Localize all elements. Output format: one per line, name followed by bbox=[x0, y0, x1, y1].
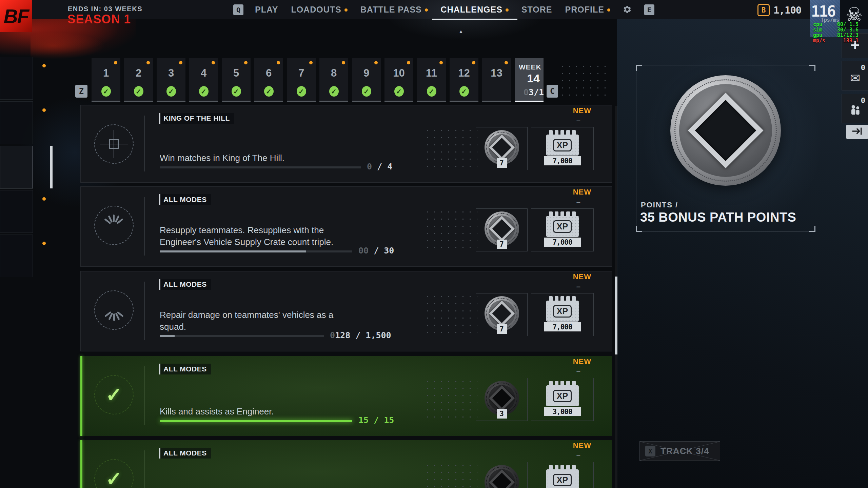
arrow-to-bar-icon bbox=[851, 127, 863, 137]
xp-chip-icon: XP 7,000 bbox=[544, 296, 581, 331]
gear-icon[interactable] bbox=[622, 4, 633, 15]
week-tab-number: 7 bbox=[287, 67, 316, 79]
week-tab[interactable]: 6 bbox=[254, 58, 283, 102]
category-label: ALL MODES bbox=[159, 448, 211, 459]
week-complete-icon bbox=[329, 86, 339, 97]
collapse-panel-button[interactable] bbox=[846, 125, 868, 139]
perf-value: 30/ 3.6 bbox=[837, 27, 859, 33]
xp-label: XP bbox=[553, 390, 572, 402]
collapse-icon[interactable]: – bbox=[576, 198, 580, 206]
nav-item-profile[interactable]: PROFILE bbox=[565, 5, 610, 15]
collapse-icon[interactable]: – bbox=[576, 367, 580, 376]
week-tab[interactable]: 11 bbox=[417, 58, 446, 102]
week-tab[interactable]: 4 bbox=[189, 58, 218, 102]
reward-title: 35 BONUS PATH POINTS bbox=[640, 210, 796, 225]
progress-value: 0 / 4 bbox=[367, 162, 392, 171]
week-tab[interactable]: 13 bbox=[482, 58, 511, 102]
week-complete-icon bbox=[101, 86, 111, 97]
key-hint-q: Q bbox=[233, 4, 243, 15]
xp-value: 3,000 bbox=[544, 407, 581, 416]
nav-item-play[interactable]: PLAY bbox=[255, 5, 278, 15]
notification-dot bbox=[607, 8, 610, 12]
challenge-card[interactable]: NEW – ALL MODES Repair damage on teammat… bbox=[80, 271, 612, 351]
week-tab[interactable]: 9 bbox=[352, 58, 381, 102]
week-complete-icon bbox=[134, 86, 143, 97]
scroll-up-icon[interactable]: ▲ bbox=[458, 28, 463, 34]
week-tab[interactable]: 2 bbox=[124, 58, 153, 102]
new-badge: NEW bbox=[573, 357, 591, 366]
nav-item-store[interactable]: STORE bbox=[521, 5, 552, 15]
challenge-card[interactable]: NEW – KING OF THE HILL Win matches in Ki… bbox=[80, 105, 612, 183]
week-tab-number: 8 bbox=[319, 67, 348, 79]
divider bbox=[144, 116, 145, 171]
week-complete-icon bbox=[166, 86, 176, 97]
path-points-coin-image bbox=[670, 75, 781, 186]
nav-item-challenges[interactable]: CHALLENGES bbox=[441, 5, 509, 15]
week-tab[interactable]: 10 bbox=[384, 58, 413, 102]
social-button[interactable]: 0 bbox=[842, 94, 868, 123]
track-button[interactable]: X TRACK 3/4 bbox=[639, 441, 720, 461]
cards-scrollbar[interactable] bbox=[615, 106, 617, 488]
perf-overlay: cpu 60/ 1.5 sim 30/ 3.6 gpu 81/12.3 mp/s… bbox=[813, 22, 859, 43]
challenge-card[interactable]: NEW – ALL MODES XP bbox=[80, 440, 612, 488]
week-tab-number: 11 bbox=[417, 67, 446, 79]
notification-dot bbox=[42, 242, 46, 245]
left-rail-thumbnail[interactable] bbox=[0, 146, 33, 188]
nav-item-label: BATTLE PASS bbox=[360, 5, 422, 15]
notification-dot bbox=[114, 61, 117, 64]
collapse-icon[interactable]: – bbox=[576, 116, 580, 125]
week-tab-number: 2 bbox=[124, 67, 153, 79]
dots-decoration bbox=[424, 293, 477, 336]
nav-item-battle-pass[interactable]: BATTLE PASS bbox=[360, 5, 428, 15]
cards-scroll-thumb[interactable] bbox=[615, 277, 617, 354]
currency-display: B 1,100 bbox=[757, 4, 801, 16]
left-rail-thumbnail[interactable] bbox=[0, 57, 33, 100]
mail-icon: ✉ bbox=[850, 71, 860, 85]
left-rail-scroll-thumb[interactable] bbox=[50, 146, 53, 188]
notification-dot bbox=[42, 108, 46, 112]
perf-row: sim 30/ 3.6 bbox=[813, 27, 859, 33]
nav-item-loadouts[interactable]: LOADOUTS bbox=[291, 5, 347, 15]
progress-bar bbox=[160, 335, 324, 337]
left-rail-thumbnail[interactable] bbox=[0, 190, 33, 233]
coin-reward: 7 bbox=[476, 208, 528, 251]
collapse-icon[interactable]: – bbox=[576, 451, 580, 460]
xp-value: 7,000 bbox=[544, 322, 581, 331]
week-tab[interactable]: 5 bbox=[222, 58, 251, 102]
week-tab-current[interactable]: WEEK 14 03/16 bbox=[515, 58, 544, 102]
week-tab[interactable]: 1 bbox=[92, 58, 120, 102]
xp-chip-icon: XP 7,000 bbox=[544, 211, 581, 247]
week-complete-icon bbox=[362, 86, 371, 97]
collapse-icon[interactable]: – bbox=[576, 282, 580, 291]
progress-value: 0128 / 1,500 bbox=[330, 330, 391, 340]
bf-logo[interactable]: BF bbox=[0, 0, 32, 32]
social-count-badge: 0 bbox=[861, 96, 865, 105]
main-nav: Q PLAY LOADOUTS BATTLE PASS CHALLENGES S… bbox=[233, 0, 654, 19]
perf-value: 133.1 bbox=[843, 38, 859, 43]
week-complete-icon bbox=[459, 86, 469, 97]
key-hint-x: X bbox=[645, 446, 655, 456]
progress-bar bbox=[160, 166, 361, 168]
currency-amount: 1,100 bbox=[773, 4, 801, 16]
left-rail-thumbnail[interactable] bbox=[0, 101, 33, 144]
left-rail-thumbnail[interactable] bbox=[0, 235, 33, 277]
frame-corner bbox=[809, 65, 815, 71]
challenge-icon bbox=[94, 124, 134, 164]
week-tabs: 1 2 3 4 5 6 7 8 9 10 11 bbox=[92, 58, 511, 102]
week-complete-icon bbox=[427, 86, 436, 97]
week-tab[interactable]: 8 bbox=[319, 58, 348, 102]
xp-reward: XP 7,000 bbox=[531, 127, 594, 170]
week-complete-icon bbox=[199, 86, 209, 97]
mail-button[interactable]: 0 ✉ bbox=[842, 61, 868, 90]
challenge-card[interactable]: NEW – ALL MODES Resupply teammates. Resu… bbox=[80, 186, 612, 267]
nav-item-label: PLAY bbox=[255, 5, 278, 15]
perf-label: gpu bbox=[813, 33, 822, 38]
notification-dot bbox=[42, 64, 46, 67]
week-tab-number: 1 bbox=[92, 67, 120, 79]
week-tab[interactable]: 3 bbox=[157, 58, 185, 102]
perf-row: cpu 60/ 1.5 bbox=[813, 22, 859, 27]
week-tab[interactable]: 12 bbox=[450, 58, 478, 102]
points-label: POINTS / bbox=[641, 201, 678, 209]
week-tab[interactable]: 7 bbox=[287, 58, 316, 102]
challenge-card[interactable]: NEW – ALL MODES Kills and assists as Eng… bbox=[80, 356, 612, 436]
